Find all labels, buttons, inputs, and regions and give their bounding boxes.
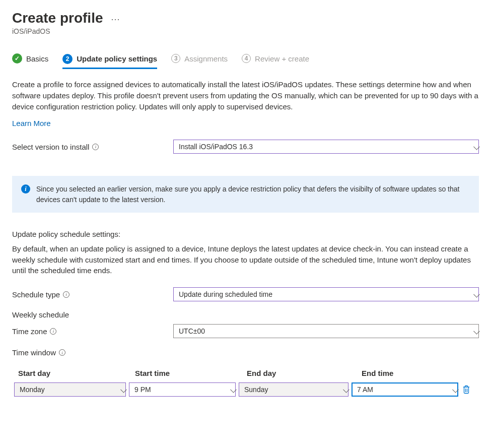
timezone-label: Time zone	[12, 327, 173, 336]
step-label: Basics	[26, 54, 48, 63]
more-actions-icon[interactable]: ···	[111, 14, 120, 25]
col-header-endtime: End time	[362, 369, 471, 377]
learn-more-link[interactable]: Learn More	[12, 119, 51, 127]
intro-description: Create a profile to force assigned devic…	[12, 79, 479, 112]
schedule-type-label: Schedule type	[12, 290, 173, 299]
schedule-description: By default, when an update policy is ass…	[12, 243, 479, 276]
version-select[interactable]: Install iOS/iPadOS 16.3	[173, 140, 479, 154]
info-banner-text: Since you selected an earlier version, m…	[36, 184, 470, 205]
step-number-icon: 3	[171, 54, 180, 63]
info-icon[interactable]	[63, 291, 69, 298]
wizard-step-update-policy[interactable]: 2 Update policy settings	[62, 54, 157, 69]
info-icon[interactable]	[50, 328, 56, 335]
end-day-select[interactable]: Sunday	[239, 382, 348, 397]
start-time-select[interactable]: 9 PM	[129, 382, 236, 397]
check-icon	[12, 53, 22, 63]
delete-row-icon[interactable]	[461, 384, 471, 395]
time-window-row: Monday 9 PM Sunday 7 AM	[12, 382, 479, 397]
step-number-icon: 2	[62, 54, 73, 64]
col-header-starttime: Start time	[135, 369, 242, 377]
start-day-select[interactable]: Monday	[14, 382, 126, 397]
version-label: Select version to install	[12, 143, 173, 151]
info-banner: Since you selected an earlier version, m…	[12, 176, 479, 213]
page-title: Create profile	[12, 10, 103, 26]
wizard-step-basics[interactable]: Basics	[12, 53, 48, 69]
wizard-steps: Basics 2 Update policy settings 3 Assign…	[12, 53, 479, 69]
info-icon[interactable]	[92, 144, 99, 150]
step-label: Review + create	[255, 54, 309, 63]
schedule-heading: Update policy schedule settings:	[12, 230, 479, 238]
col-header-startday: Start day	[18, 369, 130, 377]
step-number-icon: 4	[242, 54, 251, 63]
wizard-step-assignments[interactable]: 3 Assignments	[171, 54, 228, 68]
schedule-type-select[interactable]: Update during scheduled time	[173, 287, 479, 301]
info-icon	[21, 184, 30, 194]
time-window-header: Start day Start time End day End time	[12, 369, 479, 382]
step-label: Update policy settings	[77, 54, 157, 63]
timezone-select[interactable]: UTC±00	[173, 324, 479, 338]
wizard-step-review[interactable]: 4 Review + create	[242, 54, 309, 68]
step-label: Assignments	[184, 54, 228, 63]
end-time-select[interactable]: 7 AM	[352, 382, 458, 397]
page-subtitle: iOS/iPadOS	[12, 27, 479, 35]
col-header-endday: End day	[247, 369, 357, 377]
time-window-label: Time window	[12, 348, 479, 357]
weekly-schedule-heading: Weekly schedule	[12, 310, 479, 319]
info-icon[interactable]	[59, 349, 65, 356]
